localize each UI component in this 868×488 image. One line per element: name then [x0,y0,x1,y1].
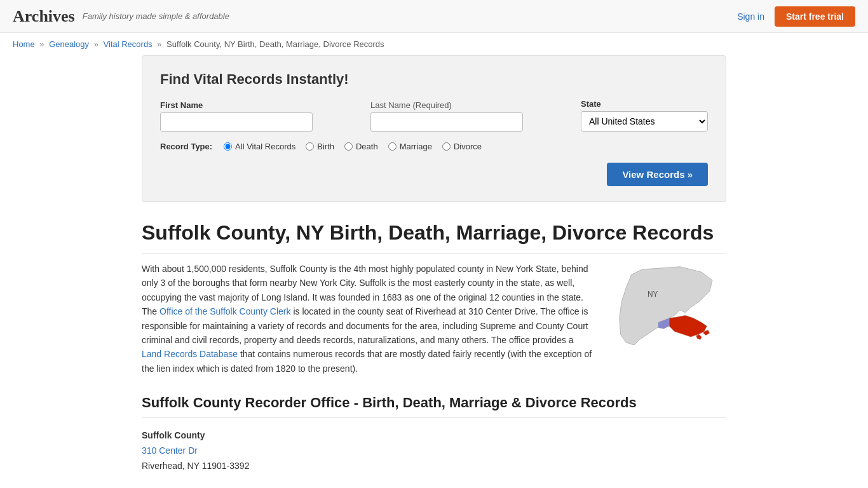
view-records-row: View Records » [160,163,708,186]
first-name-input[interactable] [160,112,313,132]
description-paragraph: With about 1,500,000 residents, Suffolk … [142,262,593,376]
site-header: Archives Family history made simple & af… [0,0,868,33]
state-select[interactable]: All United States [581,111,708,132]
svg-text:NY: NY [648,290,658,299]
ny-map: NY [615,262,723,363]
start-trial-button[interactable]: Start free trial [775,6,855,27]
breadcrumb-genealogy[interactable]: Genealogy [49,39,89,49]
last-name-group: Last Name (Required) [370,100,571,132]
breadcrumb-vital-records[interactable]: Vital Records [104,39,153,49]
svg-marker-3 [696,334,702,340]
search-box: Find Vital Records Instantly! First Name… [142,55,726,202]
svg-marker-1 [669,315,707,337]
address-name: Suffolk County [142,430,205,440]
site-logo: Archives [13,7,75,26]
site-tagline: Family history made simple & affordable [83,11,229,21]
breadcrumb-home[interactable]: Home [13,39,35,49]
breadcrumb-sep2: » [94,39,98,49]
address-line2: Riverhead, NY 11901-3392 [142,459,726,474]
header-right: Sign in Start free trial [737,6,855,27]
view-records-button[interactable]: View Records » [607,163,708,186]
content-section: With about 1,500,000 residents, Suffolk … [142,262,726,376]
clerk-office-link[interactable]: Office of the Suffolk County Clerk [159,306,290,316]
section2-title: Suffolk County Recorder Office - Birth, … [142,395,726,418]
breadcrumb: Home » Genealogy » Vital Records » Suffo… [0,33,868,55]
radio-all[interactable] [224,142,232,151]
radio-divorce[interactable] [442,142,451,151]
last-name-input[interactable] [370,112,523,132]
record-type-options: All Vital Records Birth Death Marriage D… [224,142,482,151]
record-type-marriage[interactable]: Marriage [388,142,432,151]
state-group: State All United States [581,99,708,132]
search-fields: First Name Last Name (Required) State Al… [160,99,708,132]
land-records-link[interactable]: Land Records Database [142,349,238,359]
state-label: State [581,99,708,109]
record-type-death[interactable]: Death [344,142,378,151]
sign-in-link[interactable]: Sign in [737,11,764,22]
breadcrumb-current: Suffolk County, NY Birth, Death, Marriag… [166,39,384,49]
address-line1: 310 Center Dr [142,444,726,459]
main-content: Find Vital Records Instantly! First Name… [129,55,739,488]
breadcrumb-sep1: » [39,39,44,49]
radio-birth[interactable] [306,142,314,151]
record-type-birth[interactable]: Birth [306,142,334,151]
record-type-row: Record Type: All Vital Records Birth Dea… [160,142,708,151]
header-left: Archives Family history made simple & af… [13,7,229,26]
last-name-label: Last Name (Required) [370,100,571,110]
record-type-label: Record Type: [160,142,212,151]
content-text: With about 1,500,000 residents, Suffolk … [142,262,593,376]
radio-marriage[interactable] [388,142,397,151]
content-map: NY [612,262,726,376]
search-title: Find Vital Records Instantly! [160,71,708,88]
first-name-group: First Name [160,100,360,132]
first-name-label: First Name [160,100,360,110]
address-street-link[interactable]: 310 Center Dr [142,445,198,456]
radio-death[interactable] [344,142,353,151]
record-type-all[interactable]: All Vital Records [224,142,295,151]
record-type-divorce[interactable]: Divorce [442,142,482,151]
breadcrumb-sep3: » [157,39,161,49]
page-title: Suffolk County, NY Birth, Death, Marriag… [142,221,726,254]
address-block: Suffolk County 310 Center Dr Riverhead, … [142,428,726,473]
